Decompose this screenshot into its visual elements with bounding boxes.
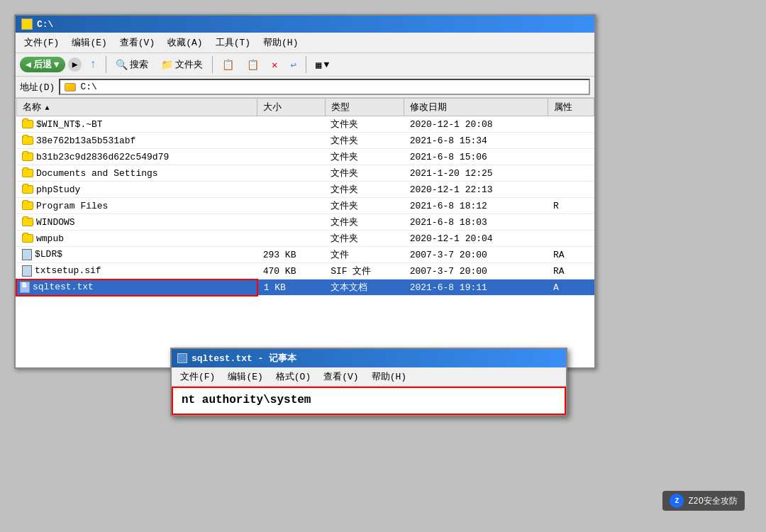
back-dropdown-icon[interactable]: ▼ bbox=[54, 60, 60, 70]
table-row[interactable]: 38e762b13a5b531abf 文件夹 2021-6-8 15:34 bbox=[16, 133, 594, 149]
cell-modified: 2021-6-8 18:12 bbox=[404, 198, 548, 214]
cell-name: 38e762b13a5b531abf bbox=[16, 133, 257, 149]
cell-size bbox=[257, 133, 326, 149]
col-size[interactable]: 大小 bbox=[257, 99, 326, 116]
special-file-icon bbox=[22, 249, 32, 260]
table-row[interactable]: $WIN_NT$.~BT 文件夹 2020-12-1 20:08 bbox=[16, 116, 594, 133]
separator-2 bbox=[212, 56, 213, 73]
copy-icon: 📋 bbox=[222, 59, 234, 71]
cell-name: phpStudy bbox=[16, 182, 257, 198]
col-attrs[interactable]: 属性 bbox=[548, 99, 594, 116]
address-label: 地址(D) bbox=[20, 81, 55, 94]
explorer-window: C:\ 文件(F) 编辑(E) 查看(V) 收藏(A) 工具(T) 帮助(H) … bbox=[14, 14, 596, 369]
folder-icon bbox=[22, 201, 33, 210]
views-button[interactable]: ▦ ▼ bbox=[311, 57, 334, 73]
menu-favorites[interactable]: 收藏(A) bbox=[162, 35, 208, 50]
delete-button[interactable]: ✕ bbox=[267, 57, 282, 73]
cell-size bbox=[257, 198, 326, 214]
cell-size bbox=[257, 116, 326, 133]
cell-modified: 2007-3-7 20:00 bbox=[404, 247, 548, 263]
forward-button[interactable]: ▶ bbox=[68, 57, 82, 72]
cell-name: Program Files bbox=[16, 198, 257, 214]
folders-button[interactable]: 📁 文件夹 bbox=[156, 56, 208, 73]
table-row[interactable]: WINDOWS 文件夹 2021-6-8 18:03 bbox=[16, 214, 594, 231]
up-button[interactable]: ↑ bbox=[84, 56, 101, 73]
menu-edit[interactable]: 编辑(E) bbox=[66, 35, 112, 50]
notepad-menu-file[interactable]: 文件(F) bbox=[174, 369, 221, 384]
search-button[interactable]: 🔍 搜索 bbox=[111, 56, 153, 73]
menu-help[interactable]: 帮助(H) bbox=[257, 35, 304, 50]
cell-attrs bbox=[548, 165, 594, 182]
table-row[interactable]: b31b23c9d2836d622c549d79 文件夹 2021-6-8 15… bbox=[16, 149, 594, 165]
table-row[interactable]: $LDR$ 293 KB 文件 2007-3-7 20:00 RA bbox=[16, 247, 594, 263]
cell-type: 文件夹 bbox=[325, 231, 404, 247]
menu-view[interactable]: 查看(V) bbox=[114, 35, 160, 50]
table-row[interactable]: txtsetup.sif 470 KB SIF 文件 2007-3-7 20:0… bbox=[16, 263, 594, 279]
menu-tools[interactable]: 工具(T) bbox=[210, 35, 256, 50]
table-row[interactable]: Documents and Settings 文件夹 2021-1-20 12:… bbox=[16, 165, 594, 182]
cell-name: $WIN_NT$.~BT bbox=[16, 116, 257, 133]
file-table: 名称 大小 类型 修改日期 属性 $WIN_NT$.~BT 文件夹 2020-1… bbox=[16, 98, 594, 297]
paste-button[interactable]: 📋 bbox=[242, 57, 264, 73]
col-name[interactable]: 名称 bbox=[16, 99, 257, 116]
notepad-menu-format[interactable]: 格式(O) bbox=[270, 369, 316, 384]
toolbar: ◀ 后退 ▼ ▶ ↑ 🔍 搜索 📁 文件夹 📋 📋 ✕ ↩ bbox=[16, 53, 594, 77]
forward-icon: ▶ bbox=[72, 60, 78, 70]
search-icon: 🔍 bbox=[116, 59, 128, 71]
cell-type: 文件夹 bbox=[325, 116, 404, 133]
notepad-content[interactable]: nt authority\system bbox=[172, 387, 566, 415]
table-row[interactable]: wmpub 文件夹 2020-12-1 20:04 bbox=[16, 231, 594, 247]
cell-size bbox=[257, 182, 326, 198]
table-row[interactable]: Program Files 文件夹 2021-6-8 18:12 R bbox=[16, 198, 594, 214]
cell-type: 文件夹 bbox=[325, 198, 404, 214]
file-name: b31b23c9d2836d622c549d79 bbox=[36, 152, 169, 162]
menu-bar: 文件(F) 编辑(E) 查看(V) 收藏(A) 工具(T) 帮助(H) bbox=[16, 33, 594, 53]
file-area[interactable]: 名称 大小 类型 修改日期 属性 $WIN_NT$.~BT 文件夹 2020-1… bbox=[16, 98, 594, 367]
file-name: $LDR$ bbox=[35, 249, 62, 260]
file-name: Documents and Settings bbox=[36, 168, 158, 179]
cell-type: SIF 文件 bbox=[325, 263, 404, 279]
cell-size: 1 KB bbox=[257, 279, 326, 296]
address-bar: 地址(D) C:\ bbox=[16, 77, 594, 98]
cell-name: Documents and Settings bbox=[16, 165, 257, 182]
cell-type: 文件 bbox=[325, 247, 404, 263]
cell-name: wmpub bbox=[16, 231, 257, 247]
copy-button[interactable]: 📋 bbox=[217, 57, 239, 73]
folders-icon: 📁 bbox=[161, 59, 173, 71]
delete-icon: ✕ bbox=[272, 59, 277, 71]
address-input[interactable]: C:\ bbox=[59, 79, 590, 95]
folder-icon bbox=[22, 120, 33, 128]
col-modified[interactable]: 修改日期 bbox=[404, 99, 548, 116]
separator-1 bbox=[106, 56, 106, 73]
cell-modified: 2021-6-8 19:11 bbox=[404, 279, 548, 296]
cell-attrs: RA bbox=[548, 263, 594, 279]
cell-type: 文件夹 bbox=[325, 182, 404, 198]
cell-modified: 2021-1-20 12:25 bbox=[404, 165, 548, 182]
back-arrow-icon: ◀ bbox=[26, 59, 31, 70]
file-name: txtsetup.sif bbox=[35, 265, 101, 276]
notepad-menu-edit[interactable]: 编辑(E) bbox=[222, 369, 268, 384]
undo-button[interactable]: ↩ bbox=[286, 57, 301, 73]
file-name: wmpub bbox=[36, 233, 64, 244]
paste-icon: 📋 bbox=[247, 59, 259, 71]
notepad-menu-help[interactable]: 帮助(H) bbox=[366, 369, 412, 384]
notepad-menu-view[interactable]: 查看(V) bbox=[318, 369, 364, 384]
cell-size bbox=[257, 231, 326, 247]
menu-file[interactable]: 文件(F) bbox=[18, 35, 65, 50]
cell-modified: 2007-3-7 20:00 bbox=[404, 263, 548, 279]
table-header: 名称 大小 类型 修改日期 属性 bbox=[16, 99, 594, 116]
table-row[interactable]: 📄sqltest.txt 1 KB 文本文档 2021-6-8 19:11 A bbox=[16, 279, 594, 296]
cell-modified: 2020-12-1 20:08 bbox=[404, 116, 548, 133]
back-button[interactable]: ◀ 后退 ▼ bbox=[20, 57, 65, 72]
cell-name: txtsetup.sif bbox=[16, 263, 257, 279]
table-row[interactable]: phpStudy 文件夹 2020-12-1 22:13 bbox=[16, 182, 594, 198]
views-dropdown-icon: ▼ bbox=[323, 60, 329, 70]
cell-size bbox=[257, 165, 326, 182]
cell-type: 文件夹 bbox=[325, 214, 404, 231]
col-type[interactable]: 类型 bbox=[325, 99, 404, 116]
watermark-icon: Z bbox=[670, 494, 684, 508]
file-name: phpStudy bbox=[36, 184, 80, 195]
cell-name: 📄sqltest.txt bbox=[16, 279, 257, 296]
cell-attrs bbox=[548, 149, 594, 165]
folder-icon bbox=[22, 153, 33, 161]
